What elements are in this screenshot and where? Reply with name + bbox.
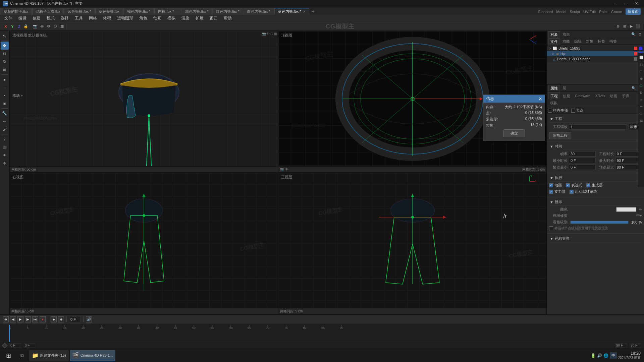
tab-close-icon[interactable]: ✕ — [303, 10, 306, 13]
menu-mesh[interactable]: 网格 — [86, 15, 100, 22]
select-tool[interactable]: ↖ — [1, 32, 9, 40]
obj-tab-object[interactable]: 对象 — [584, 38, 595, 45]
play-button[interactable]: ▶ — [17, 316, 23, 322]
poly-mode[interactable]: ▣ — [1, 100, 9, 108]
obj-lock-1[interactable] — [639, 47, 642, 50]
prop-subtab-info[interactable]: 信息 — [561, 93, 572, 99]
vp-cam-icon-top[interactable]: 📷 — [280, 168, 284, 171]
vp-eye-icon[interactable]: 👁 — [266, 32, 270, 36]
magnet-tool[interactable]: 🔧 — [1, 109, 9, 117]
camera-icon[interactable]: 📷 — [32, 23, 38, 29]
menu-window[interactable]: 窗口 — [207, 15, 220, 22]
nodes-checkbox[interactable] — [571, 109, 575, 113]
mode-sculpt[interactable]: Sculpt — [570, 10, 580, 14]
scale-tool[interactable]: ⊡ — [1, 50, 9, 58]
edge-mode[interactable]: — — [1, 83, 9, 92]
obj-shape[interactable]: △ Briefs_15893.Shape — [547, 56, 644, 62]
camera-tool[interactable]: 🎥 — [1, 143, 9, 151]
folder-taskbar-btn[interactable]: 📁 新建文件夹 (16) — [29, 350, 69, 361]
lod-slider[interactable] — [570, 221, 629, 224]
point-mode[interactable]: • — [1, 92, 9, 100]
menu-tools[interactable]: 工具 — [72, 15, 86, 22]
menu-create[interactable]: 创建 — [30, 15, 43, 22]
panel-tab-function[interactable]: 功夫 — [560, 31, 572, 38]
move-tool[interactable]: ✥ — [1, 42, 9, 50]
info-ok-button[interactable]: 确定 — [503, 129, 525, 137]
prop-tab-layer[interactable]: 层 — [560, 85, 568, 91]
strip-icon-2[interactable]: ◻ — [638, 61, 644, 67]
prop-subtab-project[interactable]: 工程 — [548, 93, 560, 99]
obj-briefs[interactable]: ▷ ⬜ Briefs_15893 — [547, 46, 644, 51]
prop-subtab-cineware[interactable]: Cineware — [573, 93, 592, 99]
obj-vis-2[interactable] — [634, 52, 637, 55]
paint-tool[interactable]: 🖌 — [1, 125, 9, 133]
time-section-header[interactable]: ▼ 时间 — [549, 143, 642, 150]
ime-indicator[interactable]: 中 — [610, 352, 617, 359]
vp-panel-icon[interactable]: ▦ — [274, 32, 277, 36]
color-swatch[interactable] — [616, 207, 636, 212]
scale-project-button[interactable]: 缩放工程 — [549, 132, 571, 139]
display-icon[interactable]: 👁 — [39, 23, 45, 29]
obj-tab-function[interactable]: 功能 — [560, 38, 572, 45]
menu-edit[interactable]: 编辑 — [16, 15, 29, 22]
c4d-taskbar-btn[interactable]: 🎬 Cinema 4D R26.1... — [70, 350, 116, 361]
minimize-button[interactable]: ─ — [610, 0, 621, 7]
tab-2[interactable]: 蓝色短裤.fbx * — [64, 8, 95, 15]
maximize-button[interactable]: □ — [621, 0, 631, 7]
fps-input[interactable] — [569, 151, 596, 157]
tray-icon-1[interactable]: 🔋 — [591, 353, 596, 358]
status-frame-left[interactable] — [9, 343, 21, 348]
strip-icon-4[interactable]: ⊕ — [638, 75, 644, 81]
options-tool[interactable]: ⚙ — [1, 159, 9, 167]
project-section-header[interactable]: ▼ 工程 — [549, 115, 642, 123]
obj-search-icon[interactable]: 🔍 — [631, 32, 637, 38]
lock-icon[interactable]: 🔒 — [23, 23, 29, 29]
obj-tab-bookmark[interactable]: 书签 — [607, 38, 619, 45]
options-icon[interactable]: ⚙ — [46, 23, 52, 29]
menu-render[interactable]: 渲染 — [179, 15, 192, 22]
record-button[interactable]: ● — [40, 316, 46, 322]
tab-9[interactable]: 蓝色内裤.fbx * ✕ — [274, 8, 309, 15]
prop-subtab-bullet[interactable]: 子弹 — [620, 93, 631, 99]
anim-checkbox[interactable] — [549, 183, 553, 187]
tab-6[interactable]: 黑色内裤.fbx * — [181, 8, 212, 15]
panel-icon[interactable]: ▦ — [59, 23, 65, 29]
tab-1[interactable]: 花裤子上衣.fbx — [32, 8, 64, 15]
tab-4[interactable]: 褐色内裤.fbx * — [123, 8, 154, 15]
display-tool[interactable]: 👁 — [1, 151, 9, 159]
obj-tab-tag[interactable]: 标签 — [596, 38, 607, 45]
mode-model[interactable]: Model — [556, 10, 566, 14]
viewport-front[interactable]: CG模型主 CG模型主 — [278, 173, 547, 314]
min-input[interactable] — [569, 158, 596, 163]
viewport-perspective[interactable]: CG模型主 www.CGMXW.com — [9, 31, 278, 173]
coord-y[interactable]: Y — [9, 23, 15, 29]
menu-mograph[interactable]: 运动图形 — [114, 15, 136, 22]
model-mode[interactable]: ■ — [1, 75, 9, 83]
strip-icon-7[interactable]: ○ — [638, 97, 644, 103]
strip-icon-9[interactable]: ⬡ — [638, 111, 644, 117]
tab-3[interactable]: 蓝色短裤.fbx — [95, 8, 123, 15]
mode-standard[interactable]: Standard — [538, 10, 553, 14]
mode-groom[interactable]: Groom — [611, 10, 622, 14]
obj-gear-icon[interactable]: ⚙ — [637, 32, 643, 38]
vp-cam-icon[interactable]: 📷 — [262, 32, 266, 36]
start-button[interactable]: ⊞ — [2, 350, 15, 362]
menu-simulate[interactable]: 模拟 — [165, 15, 178, 22]
skip-end-button[interactable]: ⏭ — [32, 316, 38, 322]
dyn-checkbox[interactable] — [549, 190, 553, 194]
vp-filter-icon[interactable]: ⬡ — [270, 32, 273, 36]
snap-icon[interactable]: ⊕ — [615, 23, 621, 29]
task-view-button[interactable]: ⧉ — [16, 350, 28, 362]
menu-select[interactable]: 选择 — [58, 15, 71, 22]
scale-input[interactable] — [569, 124, 627, 130]
execute-section-header[interactable]: ▼ 执行 — [549, 174, 642, 182]
prev-frame-button[interactable]: ◀ — [10, 316, 16, 322]
tab-7[interactable]: 红色内裤.fbx * — [212, 8, 243, 15]
skip-start-button[interactable]: ⏮ — [3, 316, 9, 322]
menu-character[interactable]: 角色 — [137, 15, 150, 22]
color-mgmt-header[interactable]: ▼ 色彩管理 — [549, 235, 642, 242]
menu-help[interactable]: 帮助 — [221, 15, 234, 22]
filter-icon[interactable]: ⬡ — [52, 23, 58, 29]
keyframe-add-icon[interactable]: ◆ — [51, 316, 57, 322]
tray-icon-2[interactable]: 🔊 — [597, 353, 602, 358]
